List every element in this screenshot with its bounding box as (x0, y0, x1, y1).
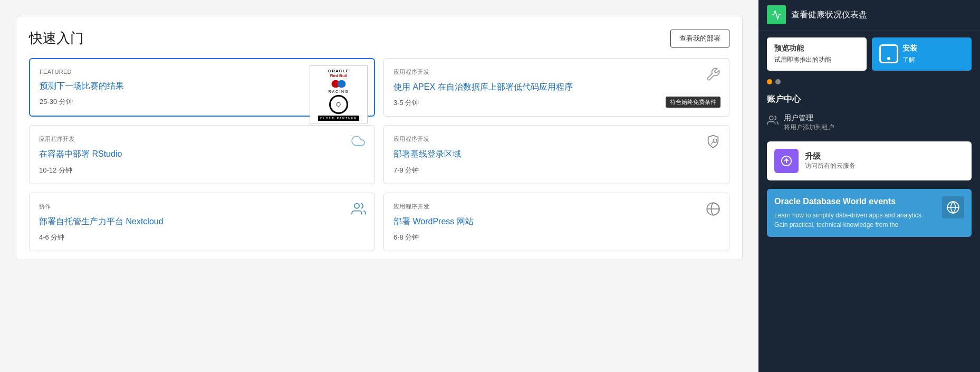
user-management-icon (767, 115, 779, 126)
dot-1[interactable] (767, 79, 772, 84)
oracle-world-icon (942, 196, 964, 218)
sidebar-health-row[interactable]: 查看健康状况仪表盘 (758, 0, 980, 31)
card-category-bastion: 应用程序开发 (393, 135, 719, 143)
oracle-world-content: Oracle Database World events Learn how t… (774, 196, 937, 230)
card-rstudio[interactable]: 应用程序开发 在容器中部署 RStudio 10-12 分钟 (29, 125, 375, 184)
wordpress-icon (706, 202, 720, 218)
card-category-apex: 应用程序开发 (393, 68, 719, 76)
card-duration-nextcloud: 4-6 分钟 (39, 233, 365, 242)
svg-point-1 (338, 80, 346, 88)
upgrade-desc: 访问所有的云服务 (805, 161, 856, 170)
shield-icon (706, 134, 720, 151)
preview-desc: 试用即将推出的功能 (774, 55, 859, 64)
card-duration-rstudio: 10-12 分钟 (39, 166, 365, 175)
card-featured[interactable]: FEATURED 预测下一场比赛的结果 25-30 分钟 ORACLE Red … (29, 58, 375, 117)
user-management-text: 用户管理 将用户添加到租户 (784, 113, 834, 132)
tools-icon (706, 67, 720, 84)
health-icon (767, 5, 786, 24)
install-card[interactable]: 安装 了解 (872, 37, 972, 71)
card-title-apex: 使用 APEX 在自治数据库上部署低代码应用程序 (393, 81, 719, 93)
main-area: 快速入门 查看我的部署 FEATURED 预测下一场比赛的结果 25-30 分钟… (0, 0, 758, 372)
oracle-redbull-logo: ORACLE Red Bull RACING ○ CLOUD PARTNER (310, 65, 368, 123)
card-title-rstudio: 在容器中部署 RStudio (39, 148, 365, 160)
cards-grid: FEATURED 预测下一场比赛的结果 25-30 分钟 ORACLE Red … (29, 58, 729, 251)
upgrade-title: 升级 (805, 151, 856, 161)
user-management-desc: 将用户添加到租户 (784, 123, 834, 132)
install-desc: 了解 (902, 55, 917, 64)
account-section-title: 账户中心 (758, 89, 980, 108)
dot-2[interactable] (775, 79, 781, 84)
sidebar-cards-row: 预览功能 试用即将推出的功能 安装 了解 (758, 31, 980, 77)
mobile-icon (879, 44, 898, 63)
upgrade-card[interactable]: 升级 访问所有的云服务 (767, 141, 972, 180)
card-wordpress[interactable]: 应用程序开发 部署 WordPress 网站 6-8 分钟 (383, 193, 729, 251)
oracle-world-desc: Learn how to simplify data-driven apps a… (774, 211, 937, 230)
view-deployments-button[interactable]: 查看我的部署 (670, 30, 729, 47)
card-category-wordpress: 应用程序开发 (393, 203, 719, 211)
oracle-world-title: Oracle Database World events (774, 196, 937, 207)
card-title-nextcloud: 部署自托管生产力平台 Nextcloud (39, 216, 365, 227)
install-title: 安装 (902, 44, 917, 53)
preview-title: 预览功能 (774, 44, 859, 53)
quick-start-header: 快速入门 查看我的部署 (29, 29, 729, 47)
users-icon (351, 202, 366, 218)
quick-start-title: 快速入门 (29, 29, 84, 47)
free-badge: 符合始终免费条件 (666, 97, 720, 108)
right-sidebar: 查看健康状况仪表盘 预览功能 试用即将推出的功能 安装 了解 账户中心 (758, 0, 980, 372)
user-management-title: 用户管理 (784, 113, 834, 123)
upgrade-text: 升级 访问所有的云服务 (805, 151, 856, 170)
oracle-world-card[interactable]: Oracle Database World events Learn how t… (767, 189, 972, 237)
card-title-wordpress: 部署 WordPress 网站 (393, 216, 719, 227)
upgrade-icon (774, 149, 799, 173)
card-category-nextcloud: 协作 (39, 203, 365, 211)
pagination-dots (758, 77, 980, 89)
card-title-bastion: 部署基线登录区域 (393, 148, 719, 160)
card-nextcloud[interactable]: 协作 部署自托管生产力平台 Nextcloud 4-6 分钟 (29, 193, 375, 251)
card-apex[interactable]: 应用程序开发 使用 APEX 在自治数据库上部署低代码应用程序 3-5 分钟 符… (383, 58, 729, 117)
health-text: 查看健康状况仪表盘 (791, 9, 867, 21)
card-duration-wordpress: 6-8 分钟 (393, 233, 719, 242)
card-duration-bastion: 7-9 分钟 (393, 166, 719, 175)
card-bastion[interactable]: 应用程序开发 部署基线登录区域 7-9 分钟 (383, 125, 729, 184)
svg-point-4 (354, 203, 359, 208)
card-category-rstudio: 应用程序开发 (39, 135, 365, 143)
preview-card[interactable]: 预览功能 试用即将推出的功能 (767, 37, 867, 71)
quick-start-container: 快速入门 查看我的部署 FEATURED 预测下一场比赛的结果 25-30 分钟… (16, 16, 743, 260)
svg-point-6 (770, 116, 773, 120)
cloud-icon (350, 134, 366, 150)
user-management-row[interactable]: 用户管理 将用户添加到租户 (758, 108, 980, 137)
